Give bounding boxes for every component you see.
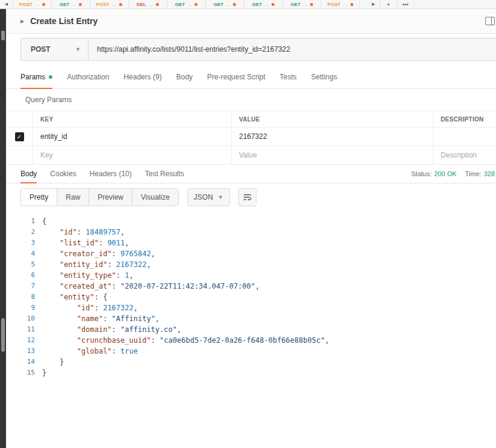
header-key: KEY — [33, 111, 232, 127]
line-content: "entity_type": 1, — [35, 270, 134, 281]
tab-label: Params — [20, 73, 45, 81]
row-checkbox-cell — [6, 127, 33, 146]
line-content: "creator_id": 9765842, — [35, 248, 155, 259]
param-checkbox[interactable] — [15, 132, 24, 141]
response-view-toolbar: PrettyRawPreviewVisualize JSON ▼ — [6, 183, 496, 211]
request-tab-tests[interactable]: Tests — [280, 65, 297, 88]
method-label: POST — [31, 45, 51, 54]
tabs-scroll-left-button[interactable]: ◀ — [0, 0, 13, 8]
request-tab-authorization[interactable]: Authorization — [67, 65, 109, 88]
header-description: DESCRIPTION — [433, 111, 496, 127]
code-line: 15} — [6, 367, 496, 378]
view-tab-preview[interactable]: Preview — [89, 189, 132, 206]
request-tab-headers-9-[interactable]: Headers (9) — [123, 65, 161, 88]
response-tab-headers-10-[interactable]: Headers (10) — [90, 165, 132, 183]
response-body[interactable]: 1{2 "id": 18489757,3 "list_id": 9011,4 "… — [6, 211, 496, 448]
line-number: 8 — [6, 292, 35, 302]
layout-icon[interactable] — [485, 17, 495, 25]
new-key-field[interactable]: Key — [33, 146, 232, 164]
code-line: 10 "name": "Affinity", — [6, 313, 496, 324]
chevron-down-icon: ▼ — [218, 194, 223, 200]
open-request-tab[interactable]: POST… — [321, 0, 360, 8]
top-tabs: POST…GET…POST…DEL…GET…GET…GET…GET…POST… — [13, 0, 360, 8]
method-select[interactable]: POST ▼ — [21, 38, 88, 60]
tab-options-button[interactable]: ••• — [397, 0, 414, 8]
line-number: 15 — [6, 367, 35, 378]
open-request-tab[interactable]: DEL… — [129, 0, 167, 8]
tab-title: … — [343, 2, 348, 7]
unsaved-dot-icon — [156, 3, 159, 6]
code-line: 2 "id": 18489757, — [6, 227, 496, 238]
open-request-tab[interactable]: POST… — [90, 0, 129, 8]
line-number: 6 — [6, 270, 35, 281]
open-request-tab[interactable]: POST… — [13, 0, 52, 8]
view-tab-pretty[interactable]: Pretty — [21, 189, 57, 206]
open-request-tab[interactable]: GET… — [167, 0, 206, 8]
new-description-field[interactable]: Description — [433, 146, 496, 164]
param-key-field[interactable]: entity_id — [33, 127, 232, 146]
collapsed-sidebar[interactable] — [0, 9, 6, 448]
new-tab-button[interactable]: + — [380, 0, 397, 8]
sidebar-scrollbar-thumb[interactable] — [1, 318, 5, 352]
tab-title: … — [35, 2, 40, 7]
wrap-text-button[interactable] — [238, 188, 256, 206]
tab-title: … — [226, 2, 231, 7]
header-value: VALUE — [232, 111, 433, 127]
code-line: 6 "entity_type": 1, — [6, 270, 496, 281]
open-request-tab[interactable]: GET… — [206, 0, 244, 8]
code-line: 8 "entity": { — [6, 292, 496, 302]
request-tab-settings[interactable]: Settings — [311, 65, 337, 88]
params-present-dot-icon — [49, 75, 52, 79]
request-tab-params[interactable]: Params — [20, 65, 52, 88]
line-number: 14 — [6, 357, 35, 367]
tab-title: … — [264, 2, 269, 7]
line-number: 4 — [6, 248, 35, 259]
line-content: } — [35, 357, 64, 367]
tab-method-label: GET — [291, 2, 300, 7]
open-request-tab[interactable]: GET… — [283, 0, 321, 8]
response-tab-body[interactable]: Body — [20, 165, 37, 183]
code-line: 12 "crunchbase_uuid": "ca0e6bd5-7de2-0a2… — [6, 335, 496, 346]
request-title-row: ▶ Create List Entry — [6, 9, 496, 34]
line-content: } — [35, 367, 46, 378]
view-tab-visualize[interactable]: Visualize — [132, 189, 178, 206]
param-value-field[interactable]: 2167322 — [232, 127, 433, 146]
line-content: "entity": { — [35, 292, 107, 302]
sidebar-handle[interactable] — [1, 31, 5, 40]
main-row: ▶ Create List Entry POST ▼ https://api.a… — [0, 9, 496, 448]
code-line: 11 "domain": "affinity.co", — [6, 324, 496, 335]
line-content: "entity_id": 2167322, — [35, 259, 151, 270]
tabs-scroll-right-button[interactable]: ▶ — [367, 0, 380, 8]
view-tab-raw[interactable]: Raw — [57, 189, 89, 206]
url-input[interactable]: https://api.affinity.co/lists/9011/list-… — [88, 38, 496, 60]
table-placeholder-row: Key Value Description — [6, 146, 496, 165]
open-request-tab[interactable]: GET… — [52, 0, 90, 8]
tab-label: Body — [176, 73, 193, 81]
new-value-field[interactable]: Value — [232, 146, 433, 164]
view-segmented-control: PrettyRawPreviewVisualize — [20, 188, 179, 206]
code-line: 3 "list_id": 9011, — [6, 238, 496, 248]
line-number: 13 — [6, 346, 35, 357]
unsaved-dot-icon — [233, 3, 236, 6]
tab-method-label: GET — [214, 2, 223, 7]
line-number: 3 — [6, 238, 35, 248]
response-tab-cookies[interactable]: Cookies — [50, 165, 76, 183]
unsaved-dot-icon — [350, 3, 353, 6]
status-label: Status: — [411, 170, 432, 177]
tab-title: … — [303, 2, 308, 7]
open-request-tab[interactable]: GET… — [244, 0, 283, 8]
request-tabs: ParamsAuthorizationHeaders (9)BodyPre-re… — [6, 65, 496, 89]
code-line: 13 "global": true — [6, 346, 496, 357]
line-content: "created_at": "2020-07-22T11:42:34.047-0… — [35, 281, 259, 292]
response-header: BodyCookiesHeaders (10)Test Results Stat… — [6, 165, 496, 183]
code-line: 7 "created_at": "2020-07-22T11:42:34.047… — [6, 281, 496, 292]
param-description-field[interactable] — [433, 127, 496, 146]
request-tab-pre-request-script[interactable]: Pre-request Script — [207, 65, 265, 88]
tab-label: Headers (9) — [123, 73, 161, 81]
collapse-caret-icon[interactable]: ▶ — [20, 19, 24, 24]
language-select[interactable]: JSON ▼ — [187, 188, 230, 206]
unsaved-dot-icon — [42, 3, 45, 6]
line-content: "name": "Affinity", — [35, 313, 160, 324]
response-tab-test-results[interactable]: Test Results — [145, 165, 184, 183]
request-tab-body[interactable]: Body — [176, 65, 193, 88]
